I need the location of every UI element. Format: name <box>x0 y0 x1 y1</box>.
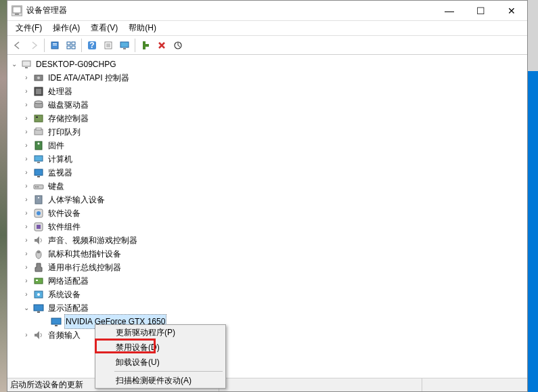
expand-icon[interactable]: › <box>22 85 30 98</box>
collapse-icon[interactable]: ⌄ <box>10 58 18 71</box>
svg-point-33 <box>38 143 40 145</box>
svg-rect-0 <box>13 7 21 13</box>
device-category-icon <box>33 276 44 286</box>
tree-audio[interactable]: › 音频输入 <box>9 328 526 342</box>
menu-view[interactable]: 查看(V) <box>85 21 123 35</box>
svg-rect-35 <box>37 162 40 163</box>
tree-item-label: 软件组件 <box>47 220 82 234</box>
forward-button[interactable] <box>26 38 41 53</box>
svg-point-42 <box>38 197 39 198</box>
tree-item[interactable]: ›处理器 <box>9 85 526 98</box>
menu-action[interactable]: 操作(A) <box>47 21 85 35</box>
tree-gpu-device[interactable]: NVIDIA GeForce GTX 1650 <box>9 315 526 328</box>
menu-uninstall-device[interactable]: 卸载设备(U) <box>95 355 225 370</box>
menu-scan-hardware[interactable]: 扫描检测硬件改动(A) <box>95 373 225 388</box>
tree-item[interactable]: ›计算机 <box>9 152 526 166</box>
expand-icon[interactable]: › <box>22 288 30 301</box>
expand-icon[interactable]: › <box>22 206 30 220</box>
display-icon <box>51 316 62 327</box>
refresh-icon[interactable] <box>171 38 185 53</box>
expand-icon[interactable]: › <box>22 98 30 112</box>
expand-icon[interactable]: › <box>22 220 30 234</box>
close-button[interactable]: ✕ <box>496 1 527 21</box>
monitor-icon[interactable] <box>117 38 132 53</box>
tree-item[interactable]: ›磁盘驱动器 <box>9 98 526 112</box>
tree-item-label: 监视器 <box>47 166 74 179</box>
expand-icon[interactable]: › <box>22 247 30 261</box>
view-icon[interactable] <box>64 38 79 53</box>
statusbar: 启动所选设备的更新 <box>7 378 527 391</box>
expand-icon[interactable]: › <box>22 139 30 152</box>
tree-item[interactable]: ›通用串行总线控制器 <box>9 261 526 274</box>
properties-icon[interactable] <box>47 38 62 53</box>
menu-file[interactable]: 文件(F) <box>10 21 47 35</box>
svg-rect-48 <box>37 251 40 253</box>
device-category-icon <box>33 167 44 178</box>
tree-item[interactable]: ›系统设备 <box>9 288 526 301</box>
tree-item-label: 打印队列 <box>47 125 82 139</box>
svg-rect-53 <box>34 305 43 311</box>
collapse-icon[interactable]: ⌄ <box>22 301 30 315</box>
svg-rect-20 <box>22 61 30 66</box>
tree-item-label: 存储控制器 <box>47 112 90 125</box>
accept-icon[interactable] <box>138 38 153 53</box>
expand-icon[interactable]: › <box>22 166 30 179</box>
tree-item[interactable]: ›固件 <box>9 139 526 152</box>
tree-root[interactable]: ⌄ DESKTOP-G09CHPG <box>9 58 526 71</box>
expand-icon[interactable]: › <box>22 71 30 85</box>
app-icon <box>12 5 22 16</box>
tree-item-label: 人体学输入设备 <box>47 193 106 206</box>
svg-rect-1 <box>15 14 19 15</box>
tree-display-adapters[interactable]: ⌄ 显示适配器 <box>9 301 526 315</box>
tree-item[interactable]: ›网络适配器 <box>9 274 526 288</box>
device-tree[interactable]: ⌄ DESKTOP-G09CHPG ›IDE ATA/ATAPI 控制器›处理器… <box>7 55 527 378</box>
tree-item[interactable]: ›声音、视频和游戏控制器 <box>9 234 526 247</box>
expand-icon[interactable]: › <box>22 112 30 125</box>
maximize-button[interactable]: ☐ <box>465 1 496 21</box>
svg-point-23 <box>37 77 40 79</box>
device-category-icon <box>33 100 44 110</box>
device-category-icon <box>33 194 44 205</box>
svg-rect-31 <box>36 128 41 130</box>
tree-item[interactable]: ›打印队列 <box>9 125 526 139</box>
menu-update-driver[interactable]: 更新驱动程序(P) <box>95 325 225 340</box>
tree-item[interactable]: ›软件组件 <box>9 220 526 234</box>
device-category-icon <box>33 248 44 259</box>
expand-icon[interactable]: › <box>22 328 30 342</box>
help-icon[interactable]: ? <box>85 38 99 53</box>
svg-rect-54 <box>37 311 40 313</box>
expand-icon[interactable]: › <box>22 179 30 193</box>
expand-icon[interactable]: › <box>22 274 30 288</box>
expand-icon[interactable]: › <box>22 152 30 166</box>
device-manager-window: 设备管理器 — ☐ ✕ 文件(F) 操作(A) 查看(V) 帮助(H) ? ⌄ … <box>7 0 528 392</box>
tree-item[interactable]: ›监视器 <box>9 166 526 179</box>
tree-item-label: 处理器 <box>47 85 74 98</box>
expand-icon[interactable]: › <box>22 125 30 139</box>
tree-item[interactable]: ›软件设备 <box>9 206 526 220</box>
svg-rect-46 <box>37 225 41 229</box>
svg-rect-29 <box>36 116 38 118</box>
tree-item[interactable]: ›人体学输入设备 <box>9 193 526 206</box>
tree-item[interactable]: ›存储控制器 <box>9 112 526 125</box>
svg-rect-39 <box>35 186 37 188</box>
svg-rect-7 <box>67 46 70 49</box>
tree-item[interactable]: ›鼠标和其他指针设备 <box>9 247 526 261</box>
svg-point-27 <box>35 101 43 104</box>
device-category-icon <box>33 140 44 151</box>
list-icon[interactable] <box>101 38 116 53</box>
svg-rect-4 <box>53 45 57 45</box>
delete-icon[interactable] <box>154 38 169 53</box>
expand-icon[interactable]: › <box>22 234 30 247</box>
tree-item[interactable]: ›键盘 <box>9 179 526 193</box>
device-category-icon <box>33 113 44 124</box>
device-category-icon <box>33 289 44 300</box>
minimize-button[interactable]: — <box>434 1 465 21</box>
menu-disable-device[interactable]: 禁用设备(D) <box>95 340 225 355</box>
menu-help[interactable]: 帮助(H) <box>123 21 162 35</box>
svg-point-52 <box>37 293 40 296</box>
expand-icon[interactable]: › <box>22 261 30 274</box>
expand-icon[interactable]: › <box>22 193 30 206</box>
back-button[interactable] <box>10 38 25 53</box>
svg-text:?: ? <box>89 41 94 50</box>
tree-item[interactable]: ›IDE ATA/ATAPI 控制器 <box>9 71 526 85</box>
